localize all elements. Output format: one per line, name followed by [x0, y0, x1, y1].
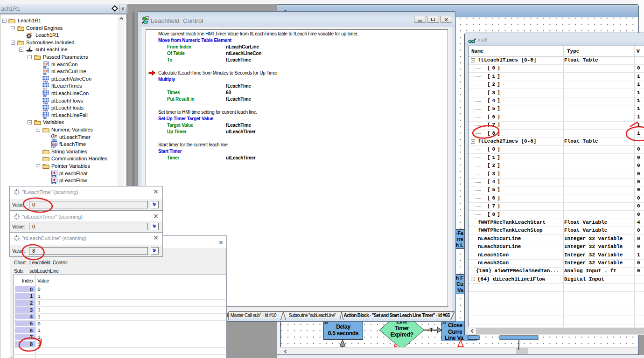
svg-text:FLT: FLT [43, 87, 48, 90]
svg-text:I32: I32 [43, 73, 47, 75]
svg-text:THR: THR [51, 138, 56, 141]
svg-text:PTR: PTR [43, 102, 48, 104]
svg-text:PTR: PTR [51, 182, 56, 184]
svg-text:I32: I32 [43, 117, 47, 119]
svg-text:Expired?: Expired? [391, 331, 413, 338]
svg-text:I32: I32 [43, 95, 47, 97]
svg-text:T: T [142, 22, 143, 24]
svg-text:PTR: PTR [51, 175, 56, 177]
svg-text:PTR: PTR [43, 109, 48, 111]
svg-text:Timer: Timer [395, 325, 410, 331]
svg-text:PTR: PTR [43, 80, 48, 83]
svg-text:FLT: FLT [51, 145, 56, 148]
svg-text:I32: I32 [43, 66, 47, 68]
